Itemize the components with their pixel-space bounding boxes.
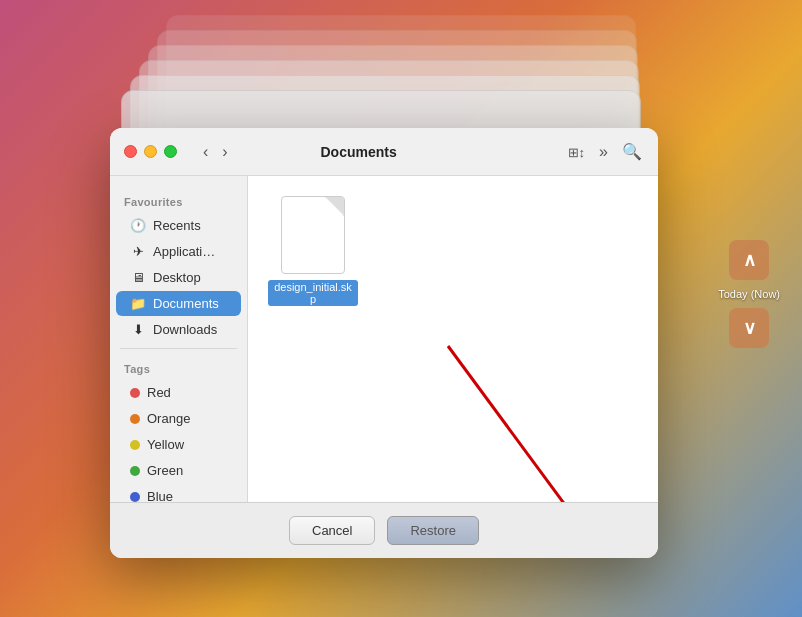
documents-icon: 📁: [130, 296, 146, 311]
sidebar-item-applications-label: Applicati…: [153, 244, 215, 259]
sidebar-item-desktop[interactable]: 🖥 Desktop: [116, 265, 241, 290]
titlebar: ‹ › Documents ⊞↕ » 🔍: [110, 128, 658, 176]
file-icon: [281, 196, 345, 274]
file-name: design_initial.skp: [268, 280, 358, 306]
more-button[interactable]: »: [597, 141, 610, 163]
tag-blue-label: Blue: [147, 489, 173, 502]
tag-green[interactable]: Green: [116, 458, 241, 483]
tag-yellow[interactable]: Yellow: [116, 432, 241, 457]
time-machine-sidebar: ∧ Today (Now) ∨: [718, 240, 780, 348]
recents-icon: 🕐: [130, 218, 146, 233]
applications-icon: ✈: [130, 244, 146, 259]
tag-red[interactable]: Red: [116, 380, 241, 405]
orange-dot: [130, 414, 140, 424]
sidebar-item-desktop-label: Desktop: [153, 270, 201, 285]
restore-button[interactable]: Restore: [387, 516, 479, 545]
tm-down-button[interactable]: ∨: [729, 308, 769, 348]
sidebar-divider: [120, 348, 237, 349]
dialog-footer: Cancel Restore: [110, 502, 658, 558]
sidebar-item-downloads[interactable]: ⬇ Downloads: [116, 317, 241, 342]
tags-label: Tags: [110, 355, 247, 379]
tag-yellow-label: Yellow: [147, 437, 184, 452]
cancel-button[interactable]: Cancel: [289, 516, 375, 545]
arrow-indicator: [368, 336, 648, 502]
blue-dot: [130, 492, 140, 502]
svg-line-1: [448, 346, 588, 502]
yellow-dot: [130, 440, 140, 450]
search-icon: 🔍: [622, 143, 642, 160]
tag-green-label: Green: [147, 463, 183, 478]
downloads-icon: ⬇: [130, 322, 146, 337]
close-button[interactable]: [124, 145, 137, 158]
sidebar-item-recents-label: Recents: [153, 218, 201, 233]
sidebar-item-recents[interactable]: 🕐 Recents: [116, 213, 241, 238]
sidebar-item-applications[interactable]: ✈ Applicati…: [116, 239, 241, 264]
titlebar-actions: ⊞↕ » 🔍: [566, 140, 644, 163]
tag-orange[interactable]: Orange: [116, 406, 241, 431]
window-title: Documents: [162, 144, 556, 160]
search-button[interactable]: 🔍: [620, 140, 644, 163]
tag-orange-label: Orange: [147, 411, 190, 426]
sidebar: Favourites 🕐 Recents ✈ Applicati… 🖥 Desk…: [110, 176, 248, 502]
file-area: design_initial.skp: [248, 176, 658, 502]
view-toggle-button[interactable]: ⊞↕: [566, 141, 588, 163]
file-item[interactable]: design_initial.skp: [268, 196, 358, 306]
tm-up-icon: ∧: [743, 249, 756, 271]
tm-up-button[interactable]: ∧: [729, 240, 769, 280]
sidebar-item-downloads-label: Downloads: [153, 322, 217, 337]
desktop-icon: 🖥: [130, 270, 146, 285]
chevron-right-icon: »: [599, 143, 608, 160]
dialog-window: ‹ › Documents ⊞↕ » 🔍 Favourites 🕐 Recent…: [110, 128, 658, 558]
minimize-button[interactable]: [144, 145, 157, 158]
grid-icon: ⊞↕: [568, 145, 586, 160]
tm-down-icon: ∨: [743, 317, 756, 339]
tm-label: Today (Now): [718, 288, 780, 300]
red-dot: [130, 388, 140, 398]
sidebar-item-documents[interactable]: 📁 Documents: [116, 291, 241, 316]
dialog-body: Favourites 🕐 Recents ✈ Applicati… 🖥 Desk…: [110, 176, 658, 502]
tag-blue[interactable]: Blue: [116, 484, 241, 502]
favourites-label: Favourites: [110, 188, 247, 212]
tag-red-label: Red: [147, 385, 171, 400]
green-dot: [130, 466, 140, 476]
sidebar-item-documents-label: Documents: [153, 296, 219, 311]
